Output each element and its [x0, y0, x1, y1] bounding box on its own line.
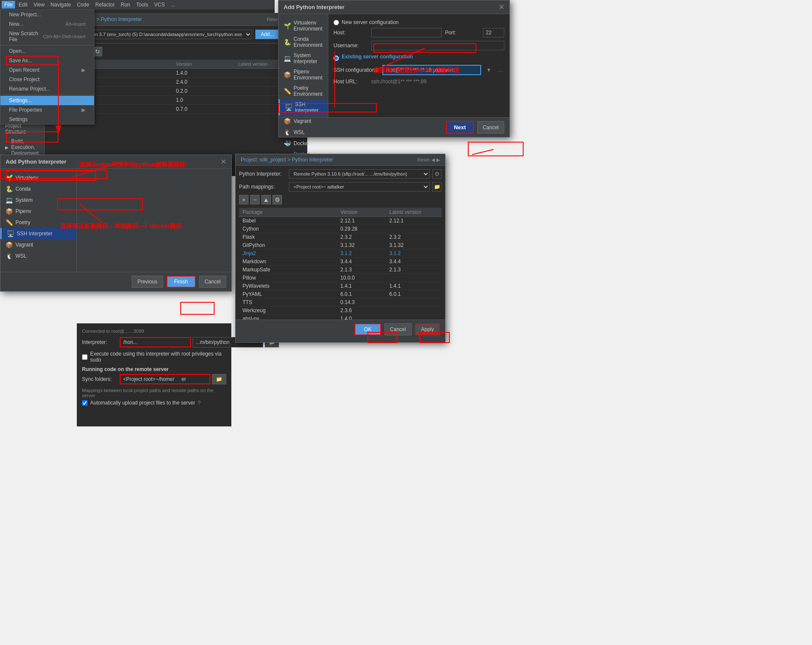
panel-back-btn[interactable]: ◀: [431, 157, 435, 163]
nav-wsl[interactable]: 🐧 WSL: [279, 127, 328, 138]
menu-save-as[interactable]: Save As...: [0, 56, 94, 65]
auto-upload-checkbox[interactable]: [82, 400, 88, 406]
nav-ssh[interactable]: 🖥️ SSH Interpreter: [279, 99, 328, 116]
main-add-btn[interactable]: +: [239, 195, 248, 204]
main-gear-btn[interactable]: ⚙: [432, 169, 442, 179]
menu-new-scratch[interactable]: New Scratch FileCtrl+Alt+Shift+Insert: [0, 29, 94, 44]
menu-open[interactable]: Open...: [0, 46, 94, 56]
ok-btn[interactable]: OK: [354, 323, 381, 335]
nav-wsl-b[interactable]: 🐧 WSL: [0, 250, 76, 262]
main-pkg-babel[interactable]: Babel2.12.12.12.1: [239, 217, 442, 225]
nav-conda-b[interactable]: 🐍 Conda: [0, 183, 76, 195]
nav-vagrant-b[interactable]: 📦 Vagrant: [0, 239, 76, 250]
main-pkg-tts[interactable]: TTS0.14.3: [239, 298, 442, 307]
menu-settings[interactable]: Settings...Ctrl+Alt+S: [0, 96, 94, 105]
dialog-title-top: Add Python Interpreter: [284, 4, 345, 10]
main-interp-select[interactable]: Remote Python 3.10.6 (sftp://root/... ..…: [289, 169, 430, 179]
username-input[interactable]: [371, 41, 504, 50]
nav-pipenv-b[interactable]: 📦 Pipenv: [0, 206, 76, 217]
nav-docker[interactable]: 🐳 Docker: [279, 138, 328, 149]
menu-file[interactable]: File: [2, 1, 15, 9]
main-remove-btn[interactable]: −: [250, 195, 260, 204]
panel-forward-btn[interactable]: ▶: [436, 157, 440, 163]
sync-input[interactable]: [120, 374, 210, 384]
poetry-icon-b: ✏️: [6, 219, 13, 226]
ssh-config-input[interactable]: [382, 65, 481, 75]
panel-reset-btn[interactable]: Reset: [417, 157, 430, 163]
main-pkg-jinja2[interactable]: Jinja23.1.23.1.2: [239, 249, 442, 258]
dialog-close-bottom[interactable]: ✕: [221, 158, 226, 166]
main-up-btn[interactable]: ▲: [261, 195, 271, 204]
port-input[interactable]: [483, 28, 504, 37]
root-privileges-label: Execute code using this interpreter with…: [90, 351, 226, 363]
nav-system[interactable]: 💻 System Interpreter: [279, 50, 328, 67]
main-pkg-flask[interactable]: Flask2.3.22.3.2: [239, 233, 442, 241]
host-input[interactable]: [371, 28, 442, 37]
existing-server-radio[interactable]: [333, 55, 339, 61]
nav-conda[interactable]: 🐍 Conda Environment: [279, 34, 328, 50]
menu-edit[interactable]: Edit: [16, 1, 30, 9]
menu-settings2[interactable]: Settings: [0, 115, 94, 124]
ssh-config-more[interactable]: ...: [497, 66, 504, 74]
main-pkg-cython[interactable]: Cython0.29.28: [239, 225, 442, 233]
main-pkg-abslpy[interactable]: absl-py1.4.0: [239, 315, 442, 319]
menu-vcs[interactable]: VCS: [151, 1, 167, 9]
auto-upload-help[interactable]: ?: [198, 400, 201, 406]
panel-cancel-btn[interactable]: Cancel: [385, 323, 412, 335]
menu-close-project[interactable]: Close Project: [0, 75, 94, 84]
panel-content: Python Interpreter: Remote Python 3.10.6…: [236, 166, 445, 319]
main-pkg-markupsafe[interactable]: MarkupSafe2.1.32.1.3: [239, 266, 442, 274]
main-pkg-pillow[interactable]: Pillow10.0.0: [239, 274, 442, 282]
main-path-browse[interactable]: 📁: [432, 182, 442, 192]
new-server-radio[interactable]: [333, 20, 339, 25]
nav-system-b[interactable]: 💻 System: [0, 195, 76, 206]
add-interpreter-btn[interactable]: Add...: [255, 30, 279, 39]
ssh-config-dropdown[interactable]: ▼: [485, 66, 493, 74]
cancel-btn-top[interactable]: Cancel: [477, 121, 504, 134]
ssh-icon-b: 🖥️: [7, 230, 14, 237]
dialog-close-top[interactable]: ✕: [499, 3, 504, 11]
nav-virtualenv-b[interactable]: 🌱 Virtualenv: [0, 172, 76, 183]
main-pkg-werkzeug[interactable]: Werkzeug2.3.6: [239, 307, 442, 315]
menu-refactor[interactable]: Refactor: [93, 1, 117, 9]
nav-virtualenv-label-b: Virtualenv: [15, 175, 38, 181]
nav-poetry[interactable]: ✏️ Poetry Environment: [279, 83, 328, 99]
main-pkg-pywavelets[interactable]: PyWavelets1.4.11.4.1: [239, 282, 442, 290]
nav-ssh-label-b: SSH Interpreter: [17, 231, 52, 237]
previous-btn-bottom[interactable]: Previous: [132, 276, 163, 288]
menu-open-recent[interactable]: Open Recent▶: [0, 65, 94, 75]
menu-new-project[interactable]: New Project...: [0, 10, 94, 19]
menu-run[interactable]: Run: [118, 1, 133, 9]
menu-navigate[interactable]: Navigate: [48, 1, 73, 9]
main-pkg-gitpython[interactable]: GitPython3.1.323.1.32: [239, 241, 442, 249]
pkg-version: 2.4.0: [176, 79, 238, 85]
main-path-select[interactable]: <Project root>~ adtalker: [289, 182, 430, 192]
panel-toolbar: Reset ◀ ▶: [417, 157, 440, 163]
menu-more[interactable]: ...: [168, 1, 178, 9]
next-btn-top[interactable]: Next: [446, 121, 473, 134]
sync-browse-btn[interactable]: 📁: [212, 374, 226, 384]
main-settings-panel: Project: sdk_project > Python Interprete…: [235, 154, 445, 343]
pkg-version: 1.0: [176, 97, 238, 103]
finish-btn-bottom[interactable]: Finish: [167, 276, 196, 288]
root-privileges-checkbox[interactable]: [82, 354, 88, 360]
cancel-btn-bottom[interactable]: Cancel: [199, 276, 226, 288]
nav-vagrant[interactable]: 📦 Vagrant: [279, 116, 328, 127]
nav-pipenv[interactable]: 📦 Pipenv Environment: [279, 67, 328, 83]
menu-new[interactable]: New...Alt+Insert: [0, 19, 94, 29]
nav-virtualenv[interactable]: 🌱 Virtualenv Environment: [279, 18, 328, 34]
menu-rename-project[interactable]: Rename Project...: [0, 84, 94, 94]
main-pkg-markdown[interactable]: Markdown3.4.43.4.4: [239, 258, 442, 266]
menu-file-properties[interactable]: File Properties▶: [0, 105, 94, 115]
menu-tools[interactable]: Tools: [133, 1, 151, 9]
nav-ssh-b[interactable]: 🖥️ SSH Interpreter: [0, 228, 76, 239]
pipenv-icon-b: 📦: [6, 208, 13, 215]
main-settings-btn[interactable]: ⚙: [273, 195, 282, 204]
menu-view[interactable]: View: [31, 1, 47, 9]
main-pkg-pyyaml[interactable]: PyYAML6.0.16.0.1: [239, 290, 442, 298]
nav-poetry-b[interactable]: ✏️ Poetry: [0, 217, 76, 228]
interpreter-path-input-left[interactable]: [120, 337, 191, 347]
apply-btn[interactable]: Apply: [415, 323, 440, 335]
menu-code[interactable]: Code: [74, 1, 92, 9]
interpreter-select[interactable]: Python 3.7 (env_torch) (5) D:\anaconda\d…: [78, 30, 252, 39]
